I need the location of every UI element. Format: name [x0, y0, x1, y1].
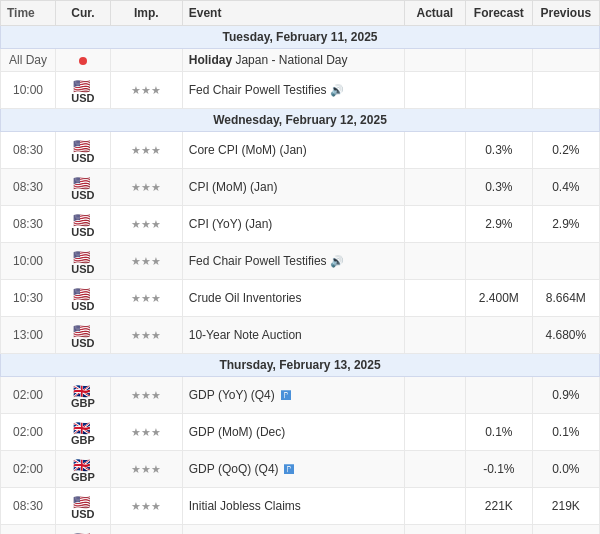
cell-actual — [404, 488, 465, 525]
star-icon: ★ — [131, 463, 141, 475]
cell-previous: 0.1% — [532, 414, 599, 451]
cell-currency: 🇺🇸USD — [55, 169, 110, 206]
cell-actual — [404, 525, 465, 535]
currency-label: USD — [71, 337, 94, 349]
event-name: Fed Chair Powell Testifies — [189, 83, 327, 97]
star-icon: ★ — [141, 292, 151, 304]
table-row: 13:00🇺🇸USD★★★10-Year Note Auction4.680% — [1, 317, 600, 354]
cell-previous — [532, 243, 599, 280]
flag-icon: 🇺🇸 — [73, 249, 91, 261]
cell-time: 08:30 — [1, 488, 56, 525]
star-icon: ★ — [131, 84, 141, 96]
flag-icon: 🇬🇧 — [73, 420, 91, 432]
cell-forecast: 0.1% — [466, 414, 533, 451]
currency-label: GBP — [71, 434, 95, 446]
table-row: 02:00🇬🇧GBP★★★GDP (YoY) (Q4) 🅿0.9% — [1, 377, 600, 414]
star-icon: ★ — [151, 329, 161, 341]
flag-icon: 🇺🇸 — [73, 175, 91, 187]
currency-label: GBP — [71, 397, 95, 409]
star-icon: ★ — [141, 463, 151, 475]
cell-event: GDP (YoY) (Q4) 🅿 — [182, 377, 404, 414]
table-row: 08:30🇺🇸USD★★★Core CPI (MoM) (Jan)0.3%0.2… — [1, 132, 600, 169]
event-name: Initial Jobless Claims — [189, 499, 301, 513]
cell-time: 10:30 — [1, 280, 56, 317]
star-icon: ★ — [151, 218, 161, 230]
currency-label: USD — [71, 92, 94, 104]
cell-actual — [404, 317, 465, 354]
cell-time: 02:00 — [1, 414, 56, 451]
header-previous: Previous — [532, 1, 599, 26]
cell-actual — [404, 280, 465, 317]
cell-previous: 0.2% — [532, 132, 599, 169]
cell-currency: 🇺🇸USD — [55, 72, 110, 109]
cell-importance: ★★★ — [110, 243, 182, 280]
cell-previous: 8.664M — [532, 280, 599, 317]
cell-time: 02:00 — [1, 451, 56, 488]
cell-currency: 🇬🇧GBP — [55, 414, 110, 451]
flag-icon: 🇺🇸 — [73, 212, 91, 224]
section-title: Thursday, February 13, 2025 — [1, 354, 600, 377]
header-event: Event — [182, 1, 404, 26]
cell-previous: 2.9% — [532, 206, 599, 243]
flag-icon: 🇺🇸 — [73, 138, 91, 150]
table-row: All DayHoliday Japan - National Day — [1, 49, 600, 72]
importance-dot — [79, 57, 87, 65]
cell-event: GDP (MoM) (Dec) — [182, 414, 404, 451]
cell-event: Initial Jobless Claims — [182, 488, 404, 525]
table-row: 08:30🇺🇸USD★★★CPI (YoY) (Jan)2.9%2.9% — [1, 206, 600, 243]
cell-previous: 219K — [532, 488, 599, 525]
cell-importance: ★★★ — [110, 488, 182, 525]
star-icon: ★ — [141, 181, 151, 193]
cell-event: CPI (YoY) (Jan) — [182, 206, 404, 243]
star-icon: ★ — [151, 144, 161, 156]
event-name: Crude Oil Inventories — [189, 291, 302, 305]
cell-previous: 0.9% — [532, 377, 599, 414]
cell-event: Core CPI (MoM) (Jan) — [182, 132, 404, 169]
cell-importance: ★★★ — [110, 414, 182, 451]
cell-previous — [532, 49, 599, 72]
cell-forecast: 2.400M — [466, 280, 533, 317]
star-icon: ★ — [131, 329, 141, 341]
table-row: 02:00🇬🇧GBP★★★GDP (MoM) (Dec)0.1%0.1% — [1, 414, 600, 451]
cell-time: 13:00 — [1, 317, 56, 354]
event-name: CPI (YoY) (Jan) — [189, 217, 273, 231]
star-icon: ★ — [151, 292, 161, 304]
star-icon: ★ — [151, 500, 161, 512]
cell-importance: ★★★ — [110, 525, 182, 535]
star-icon: ★ — [141, 329, 151, 341]
cell-currency: 🇬🇧GBP — [55, 377, 110, 414]
cell-forecast: 0.3% — [466, 169, 533, 206]
cell-forecast — [466, 317, 533, 354]
cell-time: 02:00 — [1, 377, 56, 414]
star-icon: ★ — [151, 181, 161, 193]
section-header-row: Wednesday, February 12, 2025 — [1, 109, 600, 132]
section-title: Wednesday, February 12, 2025 — [1, 109, 600, 132]
event-name: Core CPI (MoM) (Jan) — [189, 143, 307, 157]
cell-importance: ★★★ — [110, 451, 182, 488]
header-forecast: Forecast — [466, 1, 533, 26]
cell-forecast: 0.3% — [466, 132, 533, 169]
header-imp: Imp. — [110, 1, 182, 26]
cell-actual — [404, 72, 465, 109]
cell-currency: 🇺🇸USD — [55, 132, 110, 169]
table-row: 10:00🇺🇸USD★★★Fed Chair Powell Testifies🔊 — [1, 72, 600, 109]
flag-icon: 🇺🇸 — [73, 286, 91, 298]
cell-event: Fed Chair Powell Testifies🔊 — [182, 72, 404, 109]
speaker-icon: 🔊 — [330, 255, 344, 267]
cell-importance: ★★★ — [110, 72, 182, 109]
cell-event: GDP (QoQ) (Q4) 🅿 — [182, 451, 404, 488]
cell-event: Crude Oil Inventories — [182, 280, 404, 317]
cell-actual — [404, 132, 465, 169]
star-icon: ★ — [131, 218, 141, 230]
cell-forecast: 0.2% — [466, 525, 533, 535]
cell-actual — [404, 243, 465, 280]
cell-forecast — [466, 49, 533, 72]
star-icon: ★ — [151, 255, 161, 267]
currency-label: USD — [71, 189, 94, 201]
cell-actual — [404, 49, 465, 72]
cell-forecast — [466, 377, 533, 414]
header-actual: Actual — [404, 1, 465, 26]
flag-icon: 🇺🇸 — [73, 323, 91, 335]
cell-forecast — [466, 72, 533, 109]
cell-importance: ★★★ — [110, 169, 182, 206]
